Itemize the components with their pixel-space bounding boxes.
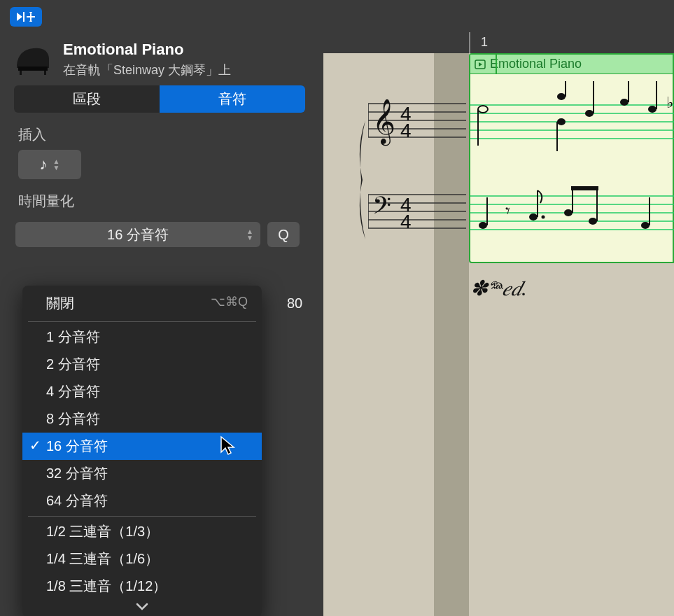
bass-clef-icon: 𝄢 <box>372 192 391 225</box>
insert-note-value-button[interactable]: ♪ ▲▼ <box>18 150 81 179</box>
menu-item[interactable]: 64 分音符 <box>22 487 262 514</box>
svg-point-30 <box>557 93 566 100</box>
svg-rect-2 <box>27 16 35 18</box>
tab-notes[interactable]: 音符 <box>160 85 305 113</box>
treble-staff: 𝄞 4 4 <box>368 99 466 148</box>
bass-staff: 𝄢 4 4 <box>368 190 466 239</box>
quantize-apply-button[interactable]: Q <box>267 222 300 247</box>
strength-value[interactable]: 80 <box>287 295 302 312</box>
svg-point-32 <box>557 118 566 125</box>
svg-rect-4 <box>20 71 22 75</box>
instrument-icon <box>14 41 52 78</box>
chevron-down-icon <box>136 601 148 611</box>
region-title: Emotional Piano <box>63 41 231 59</box>
grand-staff-brace-icon <box>356 120 367 239</box>
svg-text:4: 4 <box>400 120 412 141</box>
svg-point-34 <box>585 110 594 117</box>
bass-notes: 𝄾 <box>470 172 674 235</box>
svg-point-39 <box>648 106 657 113</box>
svg-point-53 <box>542 216 545 219</box>
menu-separator <box>28 321 256 322</box>
svg-text:4: 4 <box>400 211 412 232</box>
svg-point-54 <box>564 209 573 216</box>
menu-item[interactable]: 16 分音符 <box>22 433 262 460</box>
svg-rect-5 <box>44 71 46 75</box>
svg-point-59 <box>641 222 650 229</box>
score-editor[interactable]: 1 𝄞 4 4 𝄢 4 4 <box>323 32 674 616</box>
svg-rect-3 <box>18 66 48 71</box>
catch-playhead-button[interactable] <box>10 7 42 27</box>
score-left-gutter: 𝄞 4 4 𝄢 4 4 <box>323 53 469 616</box>
svg-rect-58 <box>571 186 598 190</box>
bar-ruler[interactable]: 1 <box>323 32 674 53</box>
menu-item[interactable]: 1 分音符 <box>22 323 262 351</box>
menu-item[interactable]: 1/8 三連音（1/12） <box>22 573 262 600</box>
svg-text:♭: ♭ <box>666 94 673 111</box>
midi-region[interactable]: Emotional Piano ♭ 𝄾 <box>469 53 674 263</box>
svg-point-48 <box>479 222 487 229</box>
menu-group-a: 1 分音符2 分音符4 分音符8 分音符16 分音符32 分音符64 分音符 <box>22 323 262 514</box>
quantize-current-value: 16 分音符 <box>107 225 169 244</box>
treble-notes: ♭ <box>470 81 674 158</box>
menu-more-button[interactable] <box>22 600 262 616</box>
pedal-marking: ✽𝆮𝑒𝑑. <box>470 276 527 301</box>
menu-group-b: 1/2 三連音（1/3）1/4 三連音（1/6）1/8 三連音（1/12） <box>22 518 262 600</box>
menu-shortcut: ⌥⌘Q <box>211 294 248 313</box>
stepper-icon: ▲▼ <box>246 228 253 241</box>
region-name-label: Emotional Piano <box>490 57 582 71</box>
menu-item[interactable]: 1/4 三連音（1/6） <box>22 545 262 573</box>
menu-item[interactable]: 32 分音符 <box>22 460 262 487</box>
quantize-menu: 關閉 ⌥⌘Q 1 分音符2 分音符4 分音符8 分音符16 分音符32 分音符6… <box>22 286 262 616</box>
menu-separator <box>28 516 256 517</box>
region-header-bar[interactable]: Emotional Piano <box>470 55 673 74</box>
ruler-tick <box>469 32 470 53</box>
region-subtitle: 在音軌「Steinway 大鋼琴」上 <box>63 62 231 78</box>
menu-item[interactable]: 4 分音符 <box>22 378 262 405</box>
svg-point-37 <box>620 99 629 106</box>
ruler-bar-number: 1 <box>481 35 488 50</box>
menu-item[interactable]: 8 分音符 <box>22 405 262 433</box>
catch-playhead-icon <box>15 10 36 23</box>
tab-region[interactable]: 區段 <box>14 85 160 113</box>
svg-rect-0 <box>23 12 24 22</box>
menu-item-off[interactable]: 關閉 <box>46 294 74 313</box>
treble-clef-icon: 𝄞 <box>372 99 395 146</box>
menu-item[interactable]: 2 分音符 <box>22 351 262 378</box>
menu-item[interactable]: 1/2 三連音（1/3） <box>22 518 262 545</box>
eighth-note-icon: ♪ <box>40 155 48 174</box>
svg-point-28 <box>478 106 488 113</box>
stepper-icon: ▲▼ <box>53 158 60 171</box>
region-play-icon <box>475 59 486 69</box>
quantize-select[interactable]: 16 分音符 ▲▼ <box>15 222 260 247</box>
svg-point-51 <box>529 214 538 220</box>
svg-point-56 <box>589 218 597 225</box>
